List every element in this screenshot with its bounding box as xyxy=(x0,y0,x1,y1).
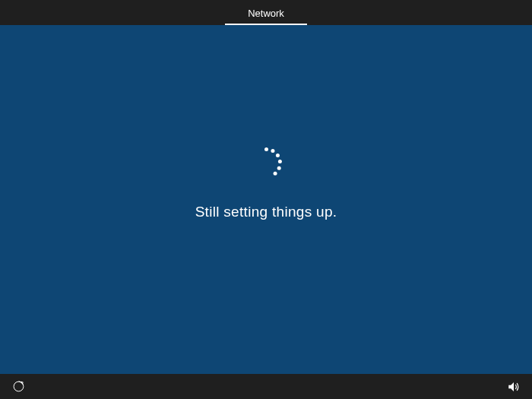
loading-spinner-icon xyxy=(248,144,284,181)
volume-button[interactable] xyxy=(503,376,524,397)
bottombar xyxy=(0,374,532,399)
spinner-dot xyxy=(271,149,274,153)
topbar: Network xyxy=(0,0,532,25)
spinner-dot xyxy=(277,166,280,169)
volume-icon xyxy=(507,380,521,394)
tab-label: Network xyxy=(248,8,284,19)
spinner-dot xyxy=(273,171,277,175)
status-text: Still setting things up. xyxy=(195,204,337,220)
content-area: Still setting things up. xyxy=(0,25,532,374)
tab-network[interactable]: Network xyxy=(225,8,307,25)
spinner-dot xyxy=(275,153,279,157)
spinner-dot xyxy=(277,160,281,163)
ease-of-access-icon xyxy=(12,380,25,393)
setup-screen: Network Still setting things up. xyxy=(0,0,532,399)
spinner-dot xyxy=(264,147,268,151)
ease-of-access-button[interactable] xyxy=(8,376,29,397)
